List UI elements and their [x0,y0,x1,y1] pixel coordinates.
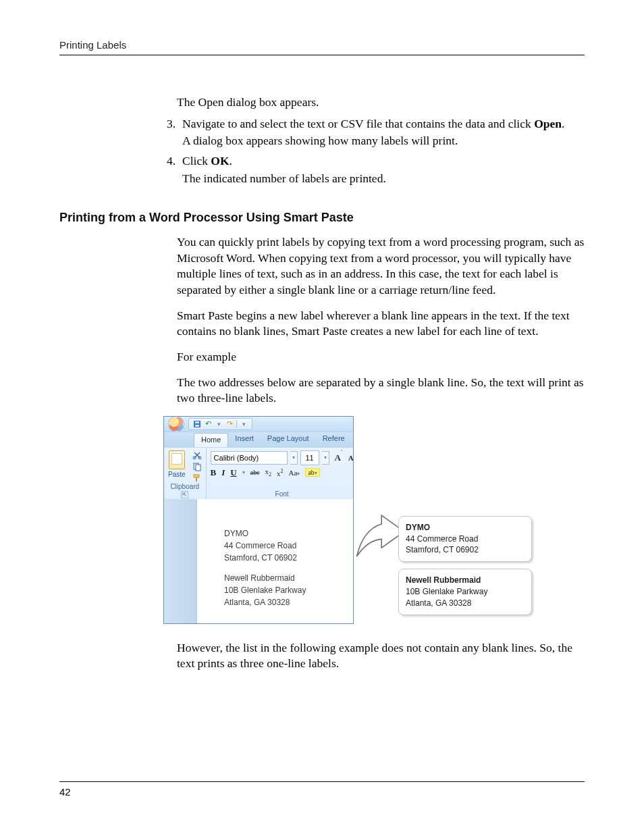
paste-icon [169,450,185,469]
step-4: 4. Click OK. The indicated number of lab… [161,153,585,186]
step-4-number: 4. [161,153,176,186]
font-size-dropdown-icon[interactable]: ▾ [322,451,329,465]
svg-rect-1 [195,421,199,423]
word-titlebar: ↶ ▾ ↷ ▾ [164,417,353,432]
svg-rect-2 [195,425,199,427]
label-2: Newell Rubbermaid 10B Glenlake Parkway A… [398,569,532,615]
paste-label: Paste [168,471,186,478]
tab-references[interactable]: Refere [316,432,352,447]
qat-customize-icon[interactable]: ▾ [240,420,248,428]
intro-line: The Open dialog box appears. [177,95,582,111]
office-button-icon[interactable] [168,416,184,432]
doc-a2-l2: Atlanta, GA 30328 [224,596,353,608]
doc-address-2: Newell Rubbermaid 10B Glenlake Parkway A… [224,572,353,608]
label-1-l1: 44 Commerce Road [406,533,525,545]
doc-a2-title: Newell Rubbermaid [224,572,353,584]
step-3-sub: A dialog box appears showing how many la… [182,133,585,149]
tab-page-layout[interactable]: Page Layout [261,432,316,447]
output-labels: DYMO 44 Commerce Road Stamford, CT 06902… [398,516,532,622]
copy-icon[interactable] [192,462,202,471]
body-p2: Smart Paste begins a new label wherever … [177,308,585,340]
step-3-bold-open: Open [534,117,562,130]
subscript-button[interactable]: x2 [265,467,272,477]
clipboard-label: Clipboard [170,483,199,490]
instruction-list: 3. Navigate to and select the text or CS… [161,116,585,187]
clipboard-launcher-icon[interactable]: ⇱ [181,491,188,498]
undo-icon[interactable]: ↶ [204,420,212,428]
label-2-l2: Atlanta, GA 30328 [406,598,525,609]
svg-rect-6 [196,465,200,471]
step-4-text-a: Click [182,154,211,167]
step-4-bold-ok: OK [211,154,229,167]
label-2-l1: 10B Glenlake Parkway [406,586,525,598]
grow-font-icon[interactable]: Aˆ [335,452,343,463]
tab-home[interactable]: Home [194,433,228,447]
figure-smart-paste-example: ↶ ▾ ↷ ▾ Home Insert Page Layout Refere [163,416,585,625]
svg-rect-8 [196,477,197,481]
label-1-title: DYMO [406,522,525,533]
step-3-text-b: . [562,117,564,130]
footer-rule [59,781,585,782]
doc-a1-title: DYMO [224,527,353,540]
doc-a1-l2: Stamford, CT 06902 [224,552,353,564]
underline-dropdown-icon[interactable]: ▾ [242,469,245,475]
undo-dropdown-icon[interactable]: ▾ [215,420,223,428]
page-number: 42 [59,786,585,798]
step-3-number: 3. [161,116,176,149]
font-group: ▾ ▾ Aˆ A B I U▾ abc x2 [207,448,354,499]
step-4-sub: The indicated number of labels are print… [182,171,585,187]
svg-rect-7 [194,475,199,477]
body-p1: You can quickly print labels by copying … [177,234,585,298]
body-p4: The two addresses below are separated by… [177,375,585,407]
doc-a1-l1: 44 Commerce Road [224,540,353,552]
cut-icon[interactable] [192,450,202,460]
clipboard-group: Paste [164,448,207,499]
label-1: DYMO 44 Commerce Road Stamford, CT 06902 [398,516,532,562]
header-rule [59,55,585,55]
step-3-text-a: Navigate to and select the text or CSV f… [182,117,534,130]
qat-separator [236,420,237,428]
underline-button[interactable]: U [230,467,236,478]
page: Printing Labels The Open dialog box appe… [0,0,644,834]
body-p3: For example [177,349,585,365]
format-painter-icon[interactable] [192,473,202,483]
running-header: Printing Labels [59,39,585,51]
label-2-title: Newell Rubbermaid [406,575,525,586]
doc-a2-l1: 10B Glenlake Parkway [224,584,353,596]
content-area: The Open dialog box appears. 3. Navigate… [59,95,585,672]
italic-button[interactable]: I [221,467,225,478]
section-heading: Printing from a Word Processor Using Sma… [59,211,585,225]
bold-button[interactable]: B [211,467,217,478]
paste-button[interactable]: Paste [168,450,186,483]
change-case-button[interactable]: Aa▾ [289,469,300,477]
strikethrough-button[interactable]: abc [250,469,260,476]
doc-address-1: DYMO 44 Commerce Road Stamford, CT 06902 [224,527,353,564]
ribbon: Paste [164,447,353,499]
font-name-dropdown-icon[interactable]: ▾ [290,451,298,465]
shrink-font-icon[interactable]: A [348,454,354,462]
highlight-button[interactable]: ab▾ [305,468,319,477]
document-gutter [164,499,197,623]
superscript-button[interactable]: x2 [277,468,284,477]
label-1-l2: Stamford, CT 06902 [406,544,525,556]
redo-icon[interactable]: ↷ [225,420,234,428]
font-size-input[interactable] [300,450,319,465]
ribbon-tabs: Home Insert Page Layout Refere [164,432,353,447]
document-paper[interactable]: DYMO 44 Commerce Road Stamford, CT 06902… [197,499,353,623]
font-name-input[interactable] [211,451,288,465]
step-3: 3. Navigate to and select the text or CS… [161,116,585,149]
body-p5: However, the list in the following examp… [177,640,585,672]
save-icon[interactable] [193,420,201,428]
tab-insert[interactable]: Insert [228,432,261,447]
word-window: ↶ ▾ ↷ ▾ Home Insert Page Layout Refere [163,416,354,624]
font-label: Font [211,490,354,499]
document-area: DYMO 44 Commerce Road Stamford, CT 06902… [164,499,353,623]
quick-access-toolbar: ↶ ▾ ↷ ▾ [188,418,252,430]
page-footer: 42 [59,781,585,798]
step-4-text-b: . [230,154,232,167]
